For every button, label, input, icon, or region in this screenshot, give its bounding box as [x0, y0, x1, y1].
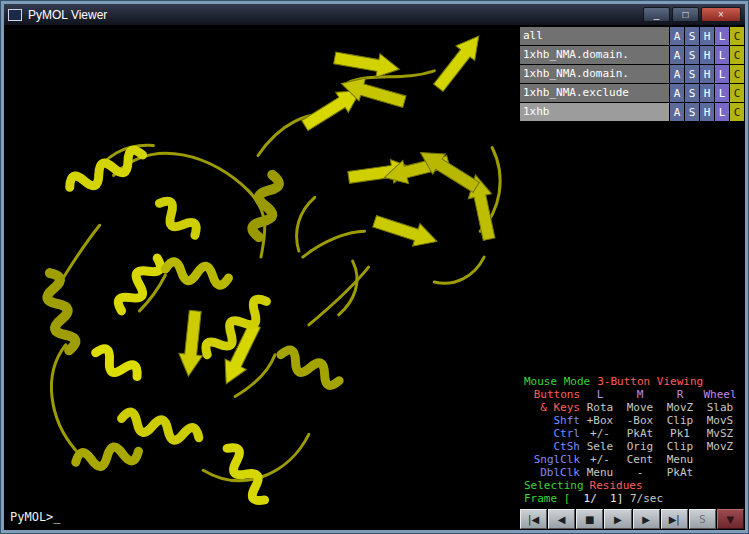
- cell: Orig: [620, 440, 660, 453]
- object-row-domain-1: 1xhb_NMA.domain. A S H L C: [520, 46, 744, 64]
- selecting-label: Selecting: [524, 479, 584, 492]
- frame-rate: 7/sec: [623, 492, 663, 505]
- label-menu-button[interactable]: L: [715, 103, 729, 121]
- cell: Wheel: [700, 388, 740, 401]
- frame-indicator-row: Frame [ 1/ 1] 7/sec: [520, 492, 744, 505]
- cell: L: [580, 388, 620, 401]
- vcr-play-button[interactable]: ▶: [604, 509, 631, 529]
- object-name[interactable]: 1xhb: [520, 103, 669, 121]
- row-label: & Keys: [520, 401, 580, 414]
- app-icon: [8, 9, 22, 21]
- action-menu-button[interactable]: A: [670, 27, 684, 45]
- mouse-mode-row[interactable]: Mouse Mode 3-Button Viewing: [520, 375, 744, 388]
- action-menu-button[interactable]: A: [670, 84, 684, 102]
- show-menu-button[interactable]: S: [685, 103, 699, 121]
- object-name[interactable]: 1xhb_NMA.exclude: [520, 84, 669, 102]
- mouse-ctsh-row: CtSh Sele Orig Clip MovZ: [520, 440, 744, 453]
- mouse-mode-value: 3-Button Viewing: [597, 375, 703, 388]
- cell: M: [620, 388, 660, 401]
- object-row-exclude: 1xhb_NMA.exclude A S H L C: [520, 84, 744, 102]
- vcr-scene-button[interactable]: S: [689, 509, 716, 529]
- label-menu-button[interactable]: L: [715, 65, 729, 83]
- vcr-step-forward-button[interactable]: ▶: [633, 509, 660, 529]
- vcr-end-button[interactable]: ▶|: [661, 509, 688, 529]
- cell: Cent: [620, 453, 660, 466]
- object-name[interactable]: 1xhb_NMA.domain.: [520, 65, 669, 83]
- mouse-mode-label: Mouse Mode: [524, 375, 590, 388]
- object-row-1xhb: 1xhb A S H L C: [520, 103, 744, 121]
- label-menu-button[interactable]: L: [715, 27, 729, 45]
- mouse-snglclk-row: SnglClk +/- Cent Menu: [520, 453, 744, 466]
- color-menu-button[interactable]: C: [730, 103, 744, 121]
- cell: MovS: [700, 414, 740, 427]
- cell: Menu: [660, 453, 700, 466]
- action-menu-button[interactable]: A: [670, 46, 684, 64]
- viewport[interactable]: PyMOL>_: [4, 26, 519, 530]
- sidebar: all A S H L C 1xhb_NMA.domain. A S H L C…: [519, 26, 745, 530]
- command-prompt[interactable]: PyMOL>_: [10, 510, 61, 524]
- row-label: Buttons: [520, 388, 580, 401]
- object-name[interactable]: 1xhb_NMA.domain.: [520, 46, 669, 64]
- color-menu-button[interactable]: C: [730, 84, 744, 102]
- label-menu-button[interactable]: L: [715, 46, 729, 64]
- vcr-fullscreen-button[interactable]: ▼: [717, 509, 744, 529]
- cell: +/-: [580, 453, 620, 466]
- show-menu-button[interactable]: S: [685, 27, 699, 45]
- cell: MovZ: [700, 440, 740, 453]
- protein-structure: [4, 26, 519, 530]
- cell: +Box: [580, 414, 620, 427]
- show-menu-button[interactable]: S: [685, 46, 699, 64]
- vcr-rewind-button[interactable]: |◀: [520, 509, 547, 529]
- frame-label: Frame [: [524, 492, 570, 505]
- cell: PkAt: [620, 427, 660, 440]
- selecting-value: Residues: [590, 479, 643, 492]
- hide-menu-button[interactable]: H: [700, 103, 714, 121]
- window-inner: PyMOL Viewer _ □ ×: [4, 4, 745, 530]
- row-label: SnglClk: [520, 453, 580, 466]
- beta-strand-arrows: [176, 29, 500, 390]
- cell: Menu: [580, 466, 620, 479]
- pymol-window: PyMOL Viewer _ □ ×: [0, 0, 749, 534]
- cell: Clip: [660, 440, 700, 453]
- minimize-button[interactable]: _: [643, 7, 670, 22]
- hide-menu-button[interactable]: H: [700, 84, 714, 102]
- cell: Move: [620, 401, 660, 414]
- vcr-stop-button[interactable]: ■: [576, 509, 603, 529]
- label-menu-button[interactable]: L: [715, 84, 729, 102]
- hide-menu-button[interactable]: H: [700, 46, 714, 64]
- hide-menu-button[interactable]: H: [700, 65, 714, 83]
- cell: Sele: [580, 440, 620, 453]
- cell: Rota: [580, 401, 620, 414]
- action-menu-button[interactable]: A: [670, 65, 684, 83]
- vcr-controls: |◀ ◀ ■ ▶ ▶ ▶| S ▼: [520, 509, 744, 529]
- maximize-button[interactable]: □: [672, 7, 699, 22]
- cell: Pk1: [660, 427, 700, 440]
- mouse-buttons-header-row: Buttons L M R Wheel: [520, 388, 744, 401]
- cell: MvSZ: [700, 427, 740, 440]
- cell: +/-: [580, 427, 620, 440]
- window-title: PyMOL Viewer: [28, 8, 107, 22]
- show-menu-button[interactable]: S: [685, 84, 699, 102]
- mouse-ctrl-row: Ctrl +/- PkAt Pk1 MvSZ: [520, 427, 744, 440]
- cell: Clip: [660, 414, 700, 427]
- title-bar[interactable]: PyMOL Viewer _ □ ×: [4, 4, 745, 26]
- window-controls: _ □ ×: [643, 7, 741, 22]
- show-menu-button[interactable]: S: [685, 65, 699, 83]
- action-menu-button[interactable]: A: [670, 103, 684, 121]
- color-menu-button[interactable]: C: [730, 46, 744, 64]
- cell: MovZ: [660, 401, 700, 414]
- object-row-domain-2: 1xhb_NMA.domain. A S H L C: [520, 65, 744, 83]
- color-menu-button[interactable]: C: [730, 65, 744, 83]
- mouse-keys-row: & Keys Rota Move MovZ Slab: [520, 401, 744, 414]
- color-menu-button[interactable]: C: [730, 27, 744, 45]
- selecting-mode-row[interactable]: Selecting Residues: [520, 479, 744, 492]
- row-label: Shft: [520, 414, 580, 427]
- close-button[interactable]: ×: [701, 7, 741, 22]
- mouse-dblclk-row: DblClk Menu - PkAt: [520, 466, 744, 479]
- cell: -Box: [620, 414, 660, 427]
- cell: R: [660, 388, 700, 401]
- hide-menu-button[interactable]: H: [700, 27, 714, 45]
- object-name[interactable]: all: [520, 27, 669, 45]
- row-label: DblClk: [520, 466, 580, 479]
- vcr-step-back-button[interactable]: ◀: [548, 509, 575, 529]
